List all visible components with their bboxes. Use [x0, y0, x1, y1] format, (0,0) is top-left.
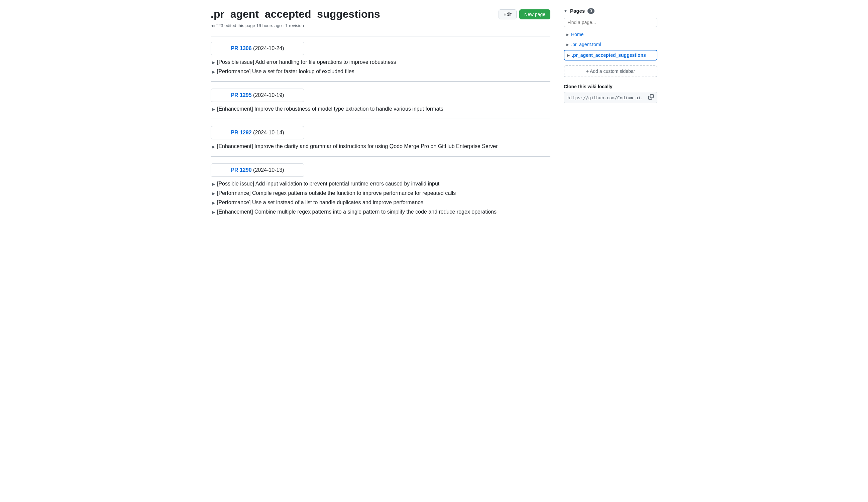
clone-section: Clone this wiki locally https://github.c…: [564, 84, 657, 103]
triangle-icon: ▶: [212, 70, 215, 74]
triangle-icon: ▶: [212, 182, 215, 187]
triangle-icon: ▶: [212, 60, 215, 65]
header-divider: [211, 36, 550, 36]
pr-item: ▶[Enhancement] Improve the robustness of…: [211, 106, 550, 112]
section-divider: [211, 156, 550, 157]
pr-section-pr1295: PR 1295 (2024-10-19)▶[Enhancement] Impro…: [211, 88, 550, 112]
pr-date-pr1292: (2024-10-14): [252, 130, 284, 135]
sidebar-nav-label: .pr_agent.toml: [571, 42, 601, 47]
pr-item: ▶[Performance] Compile regex patterns ou…: [211, 190, 550, 196]
pr-date-pr1290: (2024-10-13): [252, 167, 284, 173]
pr-item-text: [Possible issue] Add input validation to…: [217, 181, 440, 187]
sidebar-nav-item-home[interactable]: ▶Home: [564, 30, 657, 39]
pr-section-pr1290: PR 1290 (2024-10-13)▶[Possible issue] Ad…: [211, 164, 550, 215]
page-title: .pr_agent_accepted_suggestions: [211, 8, 380, 20]
sidebar-nav-label: Home: [571, 32, 583, 37]
pr-item-text: [Possible issue] Add error handling for …: [217, 59, 396, 65]
section-divider: [211, 119, 550, 119]
sidebar-nav: ▶Home▶.pr_agent.toml▶.pr_agent_accepted_…: [564, 30, 657, 61]
clone-url-text: https://github.com/Codium-ai/pr-a: [567, 95, 645, 100]
pr-date-pr1306: (2024-10-24): [252, 45, 284, 51]
sidebar-nav-triangle-icon: ▶: [566, 43, 569, 46]
pr-link-pr1290[interactable]: PR 1290: [231, 167, 251, 173]
edit-button[interactable]: Edit: [498, 9, 517, 19]
clone-title: Clone this wiki locally: [564, 84, 657, 89]
sidebar: ▼ Pages 3 ▶Home▶.pr_agent.toml▶.pr_agent…: [564, 8, 657, 218]
sidebar-nav-item--pr_agent-toml[interactable]: ▶.pr_agent.toml: [564, 40, 657, 49]
sidebar-nav-triangle-icon: ▶: [566, 33, 569, 36]
new-page-button[interactable]: New page: [519, 9, 550, 19]
pr-item-text: [Performance] Use a set instead of a lis…: [217, 200, 423, 206]
sidebar-nav-label: .pr_agent_accepted_suggestions: [572, 52, 646, 58]
pr-item: ▶[Enhancement] Combine multiple regex pa…: [211, 209, 550, 215]
pr-box-pr1306: PR 1306 (2024-10-24): [211, 42, 304, 55]
add-sidebar-button[interactable]: + Add a custom sidebar: [564, 65, 657, 77]
triangle-icon: ▶: [212, 144, 215, 149]
page-meta: mrT23 edited this page 19 hours ago · 1 …: [211, 23, 550, 28]
pr-item-text: [Performance] Use a set for faster looku…: [217, 69, 354, 74]
pr-section-pr1292: PR 1292 (2024-10-14)▶[Enhancement] Impro…: [211, 126, 550, 149]
pr-item: ▶[Possible issue] Add input validation t…: [211, 181, 550, 187]
pr-link-pr1295[interactable]: PR 1295: [231, 92, 251, 98]
pages-chevron-icon: ▼: [564, 9, 567, 13]
pr-link-pr1292[interactable]: PR 1292: [231, 130, 251, 135]
pr-item: ▶[Performance] Use a set for faster look…: [211, 69, 550, 74]
sidebar-pages-header: ▼ Pages 3: [564, 8, 657, 14]
triangle-icon: ▶: [212, 107, 215, 112]
triangle-icon: ▶: [212, 200, 215, 205]
main-content: .pr_agent_accepted_suggestions Edit New …: [211, 8, 550, 218]
header-actions: Edit New page: [498, 9, 550, 19]
find-page-input[interactable]: [564, 18, 657, 27]
triangle-icon: ▶: [212, 191, 215, 196]
pr-box-pr1292: PR 1292 (2024-10-14): [211, 126, 304, 139]
triangle-icon: ▶: [212, 210, 215, 215]
pr-item: ▶[Possible issue] Add error handling for…: [211, 59, 550, 65]
pages-count-badge: 3: [588, 8, 595, 14]
section-divider: [211, 81, 550, 82]
pr-item: ▶[Performance] Use a set instead of a li…: [211, 200, 550, 206]
page-header: .pr_agent_accepted_suggestions Edit New …: [211, 8, 550, 20]
clone-url-wrapper: https://github.com/Codium-ai/pr-a: [564, 92, 657, 103]
pr-section-pr1306: PR 1306 (2024-10-24)▶[Possible issue] Ad…: [211, 42, 550, 74]
pr-item: ▶[Enhancement] Improve the clarity and g…: [211, 143, 550, 149]
copy-url-button[interactable]: [648, 94, 654, 101]
pages-label: Pages: [570, 8, 585, 14]
pr-content: PR 1306 (2024-10-24)▶[Possible issue] Ad…: [211, 42, 550, 215]
pr-date-pr1295: (2024-10-19): [252, 92, 284, 98]
pr-item-text: [Performance] Compile regex patterns out…: [217, 190, 456, 196]
pr-item-text: [Enhancement] Combine multiple regex pat…: [217, 209, 497, 215]
pr-item-text: [Enhancement] Improve the robustness of …: [217, 106, 443, 112]
sidebar-nav-triangle-icon: ▶: [567, 53, 570, 57]
sidebar-nav-item--pr_agent_accepted_suggestions[interactable]: ▶.pr_agent_accepted_suggestions: [564, 50, 657, 61]
pr-link-pr1306[interactable]: PR 1306: [231, 45, 251, 51]
pr-box-pr1295: PR 1295 (2024-10-19): [211, 88, 304, 102]
pr-box-pr1290: PR 1290 (2024-10-13): [211, 164, 304, 177]
pr-item-text: [Enhancement] Improve the clarity and gr…: [217, 143, 498, 149]
